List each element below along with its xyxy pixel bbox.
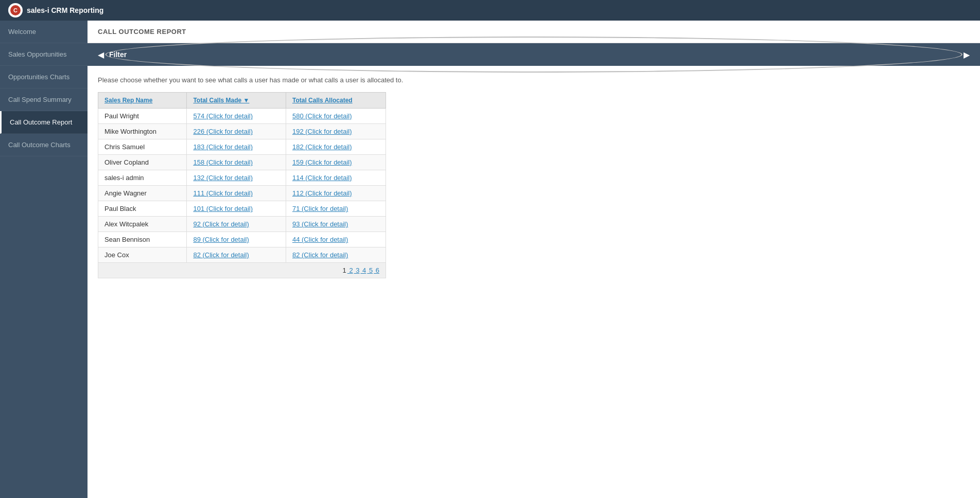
cell-name: Oliver Copland bbox=[98, 155, 187, 170]
table-row: Oliver Copland158 (Click for detail)159 … bbox=[98, 155, 386, 170]
pagination-row: 1 2 3 4 5 6 bbox=[98, 263, 386, 278]
link-allocated[interactable]: 112 (Click for detail) bbox=[292, 189, 352, 197]
content-area: CALL OUTCOME REPORT ◀ Filter ▶ Please ch… bbox=[87, 21, 980, 498]
link-made[interactable]: 101 (Click for detail) bbox=[193, 205, 253, 212]
cell-allocated: 114 (Click for detail) bbox=[286, 170, 386, 186]
sidebar-item-call-outcome-charts[interactable]: Call Outcome Charts bbox=[0, 134, 87, 156]
cell-made: 226 (Click for detail) bbox=[187, 124, 286, 139]
main-content: Please choose whether you want to see wh… bbox=[87, 66, 980, 498]
page-title: CALL OUTCOME REPORT bbox=[98, 28, 186, 35]
cell-made: 111 (Click for detail) bbox=[187, 186, 286, 201]
sidebar-item-call-outcome-report[interactable]: Call Outcome Report bbox=[0, 111, 87, 134]
sidebar-item-welcome[interactable]: Welcome bbox=[0, 21, 87, 43]
cell-allocated: 44 (Click for detail) bbox=[286, 232, 386, 247]
pagination-current: 1 bbox=[343, 266, 346, 274]
cell-made: 574 (Click for detail) bbox=[187, 109, 286, 124]
table-row: Sean Bennison89 (Click for detail)44 (Cl… bbox=[98, 232, 386, 247]
cell-made: 101 (Click for detail) bbox=[187, 201, 286, 217]
filter-bar: ◀ Filter ▶ bbox=[87, 43, 980, 66]
link-made[interactable]: 92 (Click for detail) bbox=[193, 220, 249, 228]
logo-circle: C bbox=[8, 3, 23, 17]
pagination-link[interactable]: 2 bbox=[347, 266, 353, 274]
data-table: Sales Rep Name Total Calls Made ▼ Total … bbox=[98, 92, 386, 278]
filter-arrow-left[interactable]: ◀ bbox=[98, 50, 104, 60]
cell-made: 183 (Click for detail) bbox=[187, 139, 286, 155]
sidebar: Welcome Sales Opportunities Opportunitie… bbox=[0, 21, 87, 498]
link-made[interactable]: 183 (Click for detail) bbox=[193, 143, 253, 151]
table-row: Mike Worthington226 (Click for detail)19… bbox=[98, 124, 386, 139]
instruction-text: Please choose whether you want to see wh… bbox=[98, 76, 970, 84]
cell-allocated: 580 (Click for detail) bbox=[286, 109, 386, 124]
link-allocated[interactable]: 182 (Click for detail) bbox=[292, 143, 352, 151]
link-allocated[interactable]: 114 (Click for detail) bbox=[292, 174, 352, 182]
link-allocated[interactable]: 71 (Click for detail) bbox=[292, 205, 348, 212]
table-row: Paul Black101 (Click for detail)71 (Clic… bbox=[98, 201, 386, 217]
table-row: sales-i admin132 (Click for detail)114 (… bbox=[98, 170, 386, 186]
logo: C sales-i CRM Reporting bbox=[8, 3, 103, 17]
cell-allocated: 82 (Click for detail) bbox=[286, 247, 386, 263]
cell-name: Joe Cox bbox=[98, 247, 187, 263]
cell-allocated: 182 (Click for detail) bbox=[286, 139, 386, 155]
table-row: Alex Witcpalek92 (Click for detail)93 (C… bbox=[98, 217, 386, 232]
link-made[interactable]: 89 (Click for detail) bbox=[193, 236, 249, 243]
page-header: CALL OUTCOME REPORT bbox=[87, 21, 980, 43]
sidebar-item-sales-opportunities[interactable]: Sales Opportunities bbox=[0, 43, 87, 66]
cell-name: sales-i admin bbox=[98, 170, 187, 186]
link-made[interactable]: 226 (Click for detail) bbox=[193, 128, 253, 135]
cell-allocated: 159 (Click for detail) bbox=[286, 155, 386, 170]
link-allocated[interactable]: 159 (Click for detail) bbox=[292, 158, 352, 166]
link-allocated[interactable]: 82 (Click for detail) bbox=[292, 251, 348, 259]
cell-made: 158 (Click for detail) bbox=[187, 155, 286, 170]
pagination-link[interactable]: 3 bbox=[354, 266, 360, 274]
link-allocated[interactable]: 192 (Click for detail) bbox=[292, 128, 352, 135]
table-row: Angie Wagner111 (Click for detail)112 (C… bbox=[98, 186, 386, 201]
link-made[interactable]: 132 (Click for detail) bbox=[193, 174, 253, 182]
cell-allocated: 192 (Click for detail) bbox=[286, 124, 386, 139]
sidebar-item-opportunities-charts[interactable]: Opportunities Charts bbox=[0, 66, 87, 88]
pagination: 1 2 3 4 5 6 bbox=[98, 263, 386, 278]
cell-name: Mike Worthington bbox=[98, 124, 187, 139]
cell-name: Chris Samuel bbox=[98, 139, 187, 155]
cell-name: Alex Witcpalek bbox=[98, 217, 187, 232]
pagination-link[interactable]: 5 bbox=[367, 266, 373, 274]
logo-inner: C bbox=[10, 5, 21, 15]
cell-name: Paul Black bbox=[98, 201, 187, 217]
col-header-allocated[interactable]: Total Calls Allocated bbox=[286, 93, 386, 109]
link-made[interactable]: 574 (Click for detail) bbox=[193, 112, 253, 120]
link-made[interactable]: 82 (Click for detail) bbox=[193, 251, 249, 259]
table-row: Paul Wright574 (Click for detail)580 (Cl… bbox=[98, 109, 386, 124]
main-layout: Welcome Sales Opportunities Opportunitie… bbox=[0, 21, 980, 498]
pagination-link[interactable]: 4 bbox=[360, 266, 366, 274]
pagination-link[interactable]: 6 bbox=[374, 266, 379, 274]
link-allocated[interactable]: 93 (Click for detail) bbox=[292, 220, 348, 228]
link-made[interactable]: 111 (Click for detail) bbox=[193, 189, 253, 197]
cell-made: 82 (Click for detail) bbox=[187, 247, 286, 263]
filter-label: Filter bbox=[109, 50, 127, 59]
link-allocated[interactable]: 580 (Click for detail) bbox=[292, 112, 352, 120]
cell-made: 89 (Click for detail) bbox=[187, 232, 286, 247]
cell-allocated: 71 (Click for detail) bbox=[286, 201, 386, 217]
table-row: Joe Cox82 (Click for detail)82 (Click fo… bbox=[98, 247, 386, 263]
app-title: sales-i CRM Reporting bbox=[27, 6, 103, 14]
sidebar-item-call-spend-summary[interactable]: Call Spend Summary bbox=[0, 88, 87, 111]
cell-name: Angie Wagner bbox=[98, 186, 187, 201]
cell-name: Paul Wright bbox=[98, 109, 187, 124]
cell-name: Sean Bennison bbox=[98, 232, 187, 247]
col-header-name[interactable]: Sales Rep Name bbox=[98, 93, 187, 109]
cell-made: 92 (Click for detail) bbox=[187, 217, 286, 232]
cell-made: 132 (Click for detail) bbox=[187, 170, 286, 186]
link-made[interactable]: 158 (Click for detail) bbox=[193, 158, 253, 166]
link-allocated[interactable]: 44 (Click for detail) bbox=[292, 236, 348, 243]
cell-allocated: 112 (Click for detail) bbox=[286, 186, 386, 201]
col-header-made[interactable]: Total Calls Made ▼ bbox=[187, 93, 286, 109]
table-row: Chris Samuel183 (Click for detail)182 (C… bbox=[98, 139, 386, 155]
cell-allocated: 93 (Click for detail) bbox=[286, 217, 386, 232]
filter-arrow-right[interactable]: ▶ bbox=[964, 50, 970, 60]
filter-bar-left: ◀ Filter bbox=[98, 50, 127, 60]
top-bar: C sales-i CRM Reporting bbox=[0, 0, 980, 21]
